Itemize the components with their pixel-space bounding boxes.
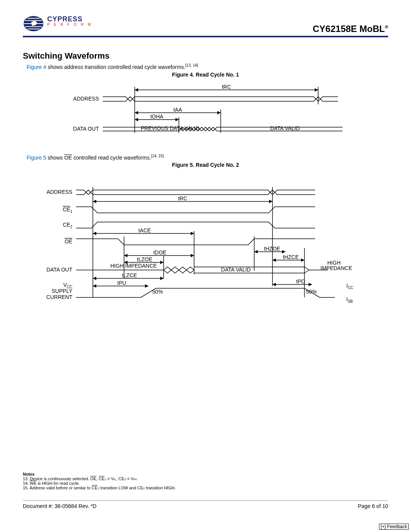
note-14: 14. WE is HIGH for read cycle. bbox=[23, 481, 176, 486]
figure5-diagram: ADDRESS CE1 CE2 OE DATA OUT VCC SUPPLY C… bbox=[34, 172, 377, 316]
svg-text:tLZOE: tLZOE bbox=[137, 256, 152, 262]
feedback-button[interactable]: [+] Feedback bbox=[379, 524, 409, 530]
logo-name: CYPRESS bbox=[47, 15, 92, 23]
svg-text:tHZOE: tHZOE bbox=[264, 246, 280, 252]
svg-text:CE1: CE1 bbox=[63, 206, 72, 214]
svg-text:ADDRESS: ADDRESS bbox=[46, 189, 72, 195]
part-number: CY62158E MoBL® bbox=[313, 24, 388, 34]
svg-text:HIGH IMPEDANCE: HIGH IMPEDANCE bbox=[110, 263, 157, 269]
svg-text:DATA  OUT: DATA OUT bbox=[46, 267, 72, 273]
svg-text:tDOE: tDOE bbox=[153, 249, 166, 256]
svg-text:tPD: tPD bbox=[296, 278, 305, 284]
svg-text:ICC: ICC bbox=[346, 283, 353, 290]
section-heading: Switching Waveforms bbox=[23, 51, 388, 61]
svg-text:tOHA: tOHA bbox=[150, 113, 164, 120]
svg-text:tRC: tRC bbox=[222, 84, 231, 90]
svg-text:DATA VALID: DATA VALID bbox=[270, 125, 300, 131]
figure4-intro: Figure 4 shows address transition contro… bbox=[27, 63, 388, 70]
svg-text:tRC: tRC bbox=[178, 195, 187, 201]
page-number: Page 6 of 10 bbox=[358, 503, 388, 509]
svg-text:OE: OE bbox=[65, 238, 72, 244]
figure4-link[interactable]: Figure 4 bbox=[27, 64, 46, 70]
figure5-link[interactable]: Figure 5 bbox=[27, 154, 46, 160]
note-15: 15. Address valid before or similar to C… bbox=[23, 486, 176, 490]
svg-text:tHZCE: tHZCE bbox=[283, 254, 299, 260]
notes-heading: Notes bbox=[23, 472, 176, 476]
svg-text:tAA: tAA bbox=[174, 107, 182, 113]
svg-text:tACE: tACE bbox=[139, 227, 151, 233]
svg-text:DATA VALID: DATA VALID bbox=[221, 267, 251, 273]
svg-text:IMPEDANCE: IMPEDANCE bbox=[320, 265, 352, 271]
cypress-globe-icon bbox=[23, 15, 46, 34]
note-13: 13. Device is continuously selected. OE,… bbox=[23, 476, 176, 481]
svg-text:tPU: tPU bbox=[117, 280, 126, 286]
svg-text:CE2: CE2 bbox=[63, 222, 72, 229]
svg-text:50%: 50% bbox=[152, 289, 163, 295]
svg-text:CURRENT: CURRENT bbox=[46, 294, 73, 300]
svg-text:DATA OUT: DATA OUT bbox=[73, 126, 99, 132]
page-footer: Document #: 38-05684 Rev. *D Page 6 of 1… bbox=[23, 500, 388, 509]
svg-text:PREVIOUS DATA VALID: PREVIOUS DATA VALID bbox=[141, 125, 199, 131]
doc-number: Document #: 38-05684 Rev. *D bbox=[23, 503, 97, 509]
company-logo: CYPRESS P E R F O R M bbox=[23, 15, 92, 34]
figure5-intro: Figure 5 shows OE controlled read cycle … bbox=[27, 154, 388, 161]
figure4-caption: Figure 4. Read Cycle No. 1 bbox=[23, 72, 388, 78]
page-header: CYPRESS P E R F O R M CY62158E MoBL® bbox=[23, 15, 388, 37]
svg-text:ADDRESS: ADDRESS bbox=[73, 96, 99, 102]
figure5-caption: Figure 5. Read Cycle No. 2 bbox=[23, 162, 388, 168]
logo-tagline: P E R F O R M bbox=[47, 22, 92, 27]
figure4-diagram: ADDRESS DATA OUT tRC tAA tOHA PREVIOUS D… bbox=[57, 81, 354, 139]
footnotes: Notes 13. Device is continuously selecte… bbox=[23, 472, 176, 490]
svg-text:SUPPLY: SUPPLY bbox=[52, 288, 73, 294]
svg-text:ISB: ISB bbox=[346, 296, 353, 304]
svg-text:50%: 50% bbox=[306, 289, 317, 295]
svg-text:tLZCE: tLZCE bbox=[122, 272, 137, 278]
